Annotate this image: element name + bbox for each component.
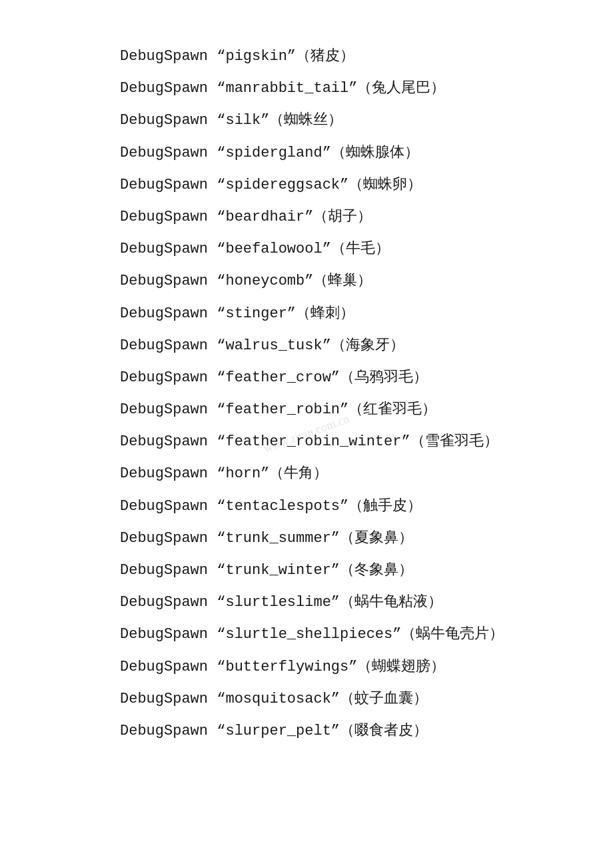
item-chinese: （海象牙） bbox=[331, 336, 404, 353]
item-key: “slurtle_shellpieces” bbox=[217, 626, 401, 643]
list-item: DebugSpawn “slurper_pelt”（啜食者皮） bbox=[120, 715, 493, 747]
list-item: DebugSpawn “horn”（牛角） bbox=[120, 457, 493, 489]
item-chinese: （牛角） bbox=[269, 464, 328, 481]
list-item: DebugSpawn “spidereggsack”（蜘蛛卵） bbox=[120, 169, 493, 201]
item-key: “beardhair” bbox=[217, 209, 313, 225]
item-chinese: （雪雀羽毛） bbox=[410, 432, 498, 449]
item-chinese: （蝴蝶翅膀） bbox=[357, 657, 445, 674]
list-item: DebugSpawn “pigskin”（猪皮） bbox=[120, 40, 493, 72]
command-keyword: DebugSpawn bbox=[120, 659, 217, 675]
item-key: “stinger” bbox=[217, 305, 296, 322]
item-chinese: （蚊子血囊） bbox=[340, 689, 428, 706]
list-item: DebugSpawn “slurtle_shellpieces”（蜗牛龟壳片） bbox=[120, 618, 493, 650]
item-key: “trunk_summer” bbox=[217, 530, 340, 547]
command-keyword: DebugSpawn bbox=[120, 48, 217, 65]
item-key: “walrus_tusk” bbox=[217, 337, 331, 354]
item-chinese: （啜食者皮） bbox=[340, 721, 428, 738]
item-key: “butterflywings” bbox=[217, 659, 357, 675]
item-key: “feather_robin” bbox=[217, 401, 348, 418]
command-keyword: DebugSpawn bbox=[120, 465, 217, 482]
list-item: DebugSpawn “walrus_tusk”（海象牙） bbox=[120, 329, 493, 361]
command-keyword: DebugSpawn bbox=[120, 241, 217, 257]
item-key: “feather_crow” bbox=[217, 369, 340, 386]
item-key: “tentaclespots” bbox=[217, 498, 348, 515]
item-key: “silk” bbox=[217, 112, 269, 129]
item-key: “beefalowool” bbox=[217, 241, 331, 257]
item-chinese: （红雀羽毛） bbox=[348, 400, 436, 417]
command-keyword: DebugSpawn bbox=[120, 433, 217, 450]
item-key: “pigskin” bbox=[217, 48, 296, 65]
list-item: DebugSpawn “slurtleslime”（蜗牛龟粘液） bbox=[120, 586, 493, 618]
list-item: DebugSpawn “beefalowool”（牛毛） bbox=[120, 233, 493, 265]
list-item: DebugSpawn “tentaclespots”（触手皮） bbox=[120, 490, 493, 522]
list-item: DebugSpawn “manrabbit_tail”（兔人尾巴） bbox=[120, 72, 493, 104]
command-keyword: DebugSpawn bbox=[120, 112, 217, 129]
item-list: DebugSpawn “pigskin”（猪皮）DebugSpawn “manr… bbox=[120, 40, 493, 747]
item-chinese: （蜘蛛卵） bbox=[348, 175, 422, 192]
command-keyword: DebugSpawn bbox=[120, 498, 217, 515]
item-key: “horn” bbox=[217, 465, 269, 482]
command-keyword: DebugSpawn bbox=[120, 626, 217, 643]
item-key: “spidergland” bbox=[217, 145, 331, 161]
item-chinese: （蜗牛龟壳片） bbox=[401, 625, 504, 641]
command-keyword: DebugSpawn bbox=[120, 401, 217, 418]
list-item: DebugSpawn “feather_robin_winter”（雪雀羽毛） bbox=[120, 425, 493, 457]
item-key: “trunk_winter” bbox=[217, 562, 340, 579]
item-chinese: （蜗牛龟粘液） bbox=[340, 593, 442, 609]
item-chinese: （夏象鼻） bbox=[340, 529, 413, 545]
list-item: DebugSpawn “feather_robin”（红雀羽毛） bbox=[120, 393, 493, 425]
list-item: DebugSpawn “beardhair”（胡子） bbox=[120, 201, 493, 233]
list-item: DebugSpawn “silk”（蜘蛛丝） bbox=[120, 104, 493, 136]
command-keyword: DebugSpawn bbox=[120, 562, 217, 579]
list-item: DebugSpawn “honeycomb”（蜂巢） bbox=[120, 265, 493, 297]
command-keyword: DebugSpawn bbox=[120, 273, 217, 289]
item-key: “slurtleslime” bbox=[217, 594, 340, 611]
list-item: DebugSpawn “mosquitosack”（蚊子血囊） bbox=[120, 683, 493, 715]
command-keyword: DebugSpawn bbox=[120, 305, 217, 322]
command-keyword: DebugSpawn bbox=[120, 209, 217, 225]
item-key: “spidereggsack” bbox=[217, 177, 348, 193]
command-keyword: DebugSpawn bbox=[120, 530, 217, 547]
item-key: “honeycomb” bbox=[217, 273, 313, 289]
item-chinese: （兔人尾巴） bbox=[357, 79, 445, 95]
item-key: “feather_robin_winter” bbox=[217, 433, 410, 450]
item-chinese: （冬象鼻） bbox=[340, 561, 413, 577]
item-key: “mosquitosack” bbox=[217, 691, 340, 707]
list-item: DebugSpawn “trunk_winter”（冬象鼻） bbox=[120, 554, 493, 586]
command-keyword: DebugSpawn bbox=[120, 337, 217, 354]
command-keyword: DebugSpawn bbox=[120, 80, 217, 97]
item-chinese: （蜂巢） bbox=[313, 271, 372, 288]
list-item: DebugSpawn “feather_crow”（乌鸦羽毛） bbox=[120, 361, 493, 393]
item-chinese: （蜘蛛丝） bbox=[269, 111, 342, 127]
command-keyword: DebugSpawn bbox=[120, 594, 217, 611]
item-chinese: （胡子） bbox=[313, 207, 372, 224]
list-item: DebugSpawn “stinger”（蜂刺） bbox=[120, 297, 493, 329]
command-keyword: DebugSpawn bbox=[120, 691, 217, 707]
item-key: “slurper_pelt” bbox=[217, 723, 340, 739]
item-chinese: （触手皮） bbox=[348, 497, 422, 513]
list-item: DebugSpawn “spidergland”（蜘蛛腺体） bbox=[120, 137, 493, 169]
list-item: DebugSpawn “butterflywings”（蝴蝶翅膀） bbox=[120, 651, 493, 683]
command-keyword: DebugSpawn bbox=[120, 723, 217, 739]
command-keyword: DebugSpawn bbox=[120, 145, 217, 161]
list-item: DebugSpawn “trunk_summer”（夏象鼻） bbox=[120, 522, 493, 554]
item-chinese: （乌鸦羽毛） bbox=[340, 368, 428, 385]
item-chinese: （蜘蛛腺体） bbox=[331, 143, 419, 160]
item-key: “manrabbit_tail” bbox=[217, 80, 357, 97]
item-chinese: （蜂刺） bbox=[296, 304, 354, 321]
item-chinese: （猪皮） bbox=[296, 47, 354, 63]
command-keyword: DebugSpawn bbox=[120, 177, 217, 193]
command-keyword: DebugSpawn bbox=[120, 369, 217, 386]
item-chinese: （牛毛） bbox=[331, 239, 390, 256]
